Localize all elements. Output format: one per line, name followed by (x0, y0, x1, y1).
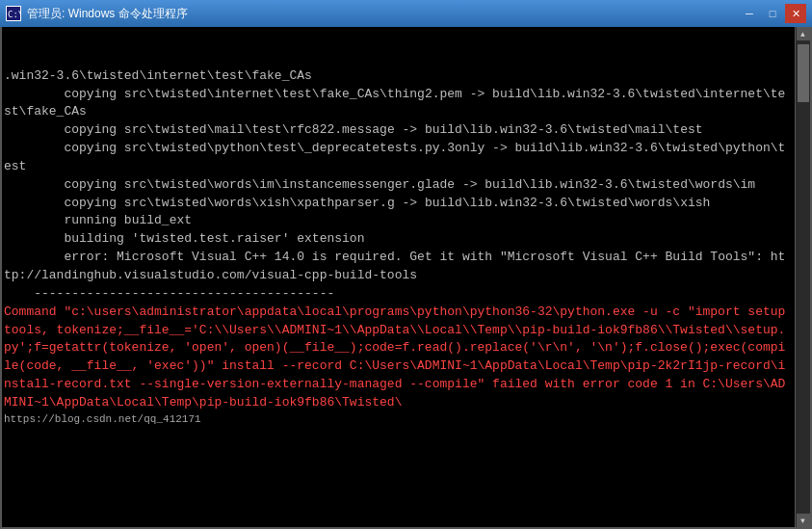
terminal-window: .win32-3.6\twisted\internet\test\fake_CA… (0, 27, 812, 529)
scrollbar[interactable]: ▲ ▼ (795, 27, 810, 527)
svg-text:C:\: C:\ (8, 10, 20, 19)
terminal-line: copying src\twisted\python\test\_depreca… (4, 140, 793, 176)
terminal-line: Command "c:\users\administrator\appdata\… (4, 304, 793, 412)
terminal-line: copying src\twisted\internet\test\fake_C… (4, 86, 793, 122)
window-controls: ─ □ ✕ (739, 4, 806, 23)
title-bar: C:\ 管理员: Windows 命令处理程序 ─ □ ✕ (0, 0, 812, 27)
terminal-line: copying src\twisted\mail\test\rfc822.mes… (4, 121, 793, 140)
terminal-line: .win32-3.6\twisted\internet\test\fake_CA… (4, 67, 793, 86)
terminal-line: https://blog.csdn.net/qq_412171 (4, 412, 793, 428)
scroll-down-arrow[interactable]: ▼ (797, 514, 810, 527)
cmd-icon: C:\ (6, 6, 21, 21)
window-title: 管理员: Windows 命令处理程序 (27, 6, 188, 22)
close-button[interactable]: ✕ (785, 4, 806, 23)
scroll-up-arrow[interactable]: ▲ (797, 27, 810, 40)
minimize-button[interactable]: ─ (739, 4, 760, 23)
maximize-button[interactable]: □ (762, 4, 783, 23)
terminal-line: copying src\twisted\words\xish\xpathpars… (4, 195, 793, 213)
terminal-line: building 'twisted.test.raiser' extension (4, 230, 793, 249)
terminal-line: ---------------------------------------- (4, 285, 793, 304)
terminal-line: error: Microsoft Visual C++ 14.0 is requ… (4, 249, 793, 285)
title-bar-left: C:\ 管理员: Windows 命令处理程序 (6, 6, 188, 22)
scrollbar-thumb[interactable] (798, 44, 809, 102)
terminal-line: running build_ext (4, 212, 793, 230)
terminal-line: copying src\twisted\words\im\instancemes… (4, 176, 793, 195)
terminal-output[interactable]: .win32-3.6\twisted\internet\test\fake_CA… (2, 27, 795, 527)
